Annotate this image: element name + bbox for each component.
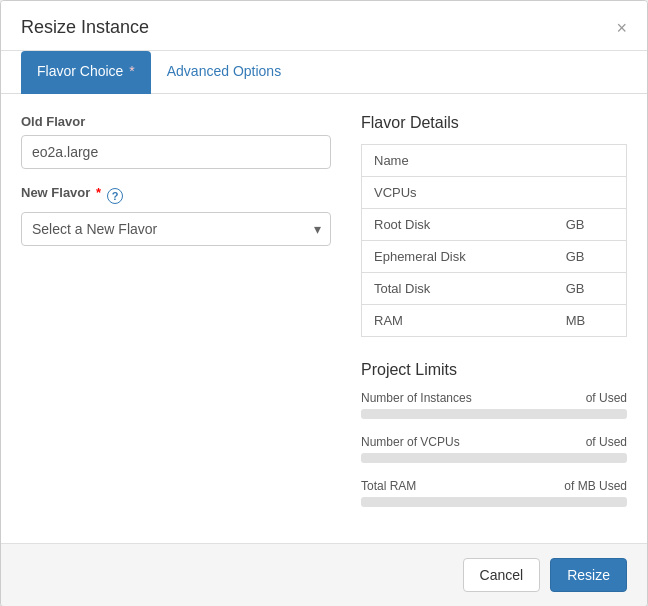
limit-instances-bar-bg	[361, 409, 627, 419]
tab-bar: Flavor Choice * Advanced Options	[1, 51, 647, 94]
detail-vcpus-value	[554, 177, 627, 209]
detail-ram-label: RAM	[362, 305, 554, 337]
limit-vcpus-bar-bg	[361, 453, 627, 463]
resize-button[interactable]: Resize	[550, 558, 627, 592]
cancel-button[interactable]: Cancel	[463, 558, 541, 592]
right-panel: Flavor Details Name VCPUs Root Disk GB	[361, 114, 627, 523]
close-button[interactable]: ×	[616, 19, 627, 37]
detail-name-value	[554, 145, 627, 177]
old-flavor-input[interactable]	[21, 135, 331, 169]
table-row: Total Disk GB	[362, 273, 627, 305]
new-flavor-select-wrapper: Select a New Flavor ▾	[21, 212, 331, 246]
table-row: Name	[362, 145, 627, 177]
new-flavor-label: New Flavor *	[21, 185, 101, 200]
limit-ram-header: Total RAM of MB Used	[361, 479, 627, 493]
limit-vcpus: Number of VCPUs of Used	[361, 435, 627, 463]
detail-total-disk-value: GB	[554, 273, 627, 305]
left-panel: Old Flavor New Flavor * ? Select a New F…	[21, 114, 331, 523]
old-flavor-section: Old Flavor	[21, 114, 331, 169]
modal-body: Old Flavor New Flavor * ? Select a New F…	[1, 94, 647, 543]
detail-ephemeral-disk-value: GB	[554, 241, 627, 273]
limit-ram-bar-bg	[361, 497, 627, 507]
detail-ram-value: MB	[554, 305, 627, 337]
detail-root-disk-label: Root Disk	[362, 209, 554, 241]
tab-flavor-choice[interactable]: Flavor Choice *	[21, 51, 151, 94]
detail-vcpus-label: VCPUs	[362, 177, 554, 209]
resize-instance-modal: Resize Instance × Flavor Choice * Advanc…	[0, 0, 648, 606]
required-star: *	[125, 63, 134, 79]
project-limits-section: Project Limits Number of Instances of Us…	[361, 361, 627, 507]
new-flavor-section: New Flavor * ? Select a New Flavor ▾	[21, 185, 331, 246]
modal-title: Resize Instance	[21, 17, 149, 38]
limit-ram-suffix: of MB Used	[564, 479, 627, 493]
limit-instances-suffix: of Used	[586, 391, 627, 405]
table-row: Ephemeral Disk GB	[362, 241, 627, 273]
flavor-details-table: Name VCPUs Root Disk GB Ephemeral Disk G…	[361, 144, 627, 337]
table-row: Root Disk GB	[362, 209, 627, 241]
old-flavor-label: Old Flavor	[21, 114, 331, 129]
limit-ram-label: Total RAM	[361, 479, 416, 493]
help-icon[interactable]: ?	[107, 188, 123, 204]
limit-vcpus-header: Number of VCPUs of Used	[361, 435, 627, 449]
detail-total-disk-label: Total Disk	[362, 273, 554, 305]
detail-ephemeral-disk-label: Ephemeral Disk	[362, 241, 554, 273]
project-limits-title: Project Limits	[361, 361, 627, 379]
limit-vcpus-label: Number of VCPUs	[361, 435, 460, 449]
detail-root-disk-value: GB	[554, 209, 627, 241]
modal-header: Resize Instance ×	[1, 1, 647, 51]
limit-instances-label: Number of Instances	[361, 391, 472, 405]
limit-instances-header: Number of Instances of Used	[361, 391, 627, 405]
detail-name-label: Name	[362, 145, 554, 177]
new-flavor-select[interactable]: Select a New Flavor	[21, 212, 331, 246]
limit-ram: Total RAM of MB Used	[361, 479, 627, 507]
table-row: RAM MB	[362, 305, 627, 337]
flavor-details-title: Flavor Details	[361, 114, 627, 132]
limit-vcpus-suffix: of Used	[586, 435, 627, 449]
modal-footer: Cancel Resize	[1, 543, 647, 606]
table-row: VCPUs	[362, 177, 627, 209]
tab-advanced-options[interactable]: Advanced Options	[151, 51, 297, 94]
limit-instances: Number of Instances of Used	[361, 391, 627, 419]
new-flavor-label-row: New Flavor * ?	[21, 185, 331, 206]
